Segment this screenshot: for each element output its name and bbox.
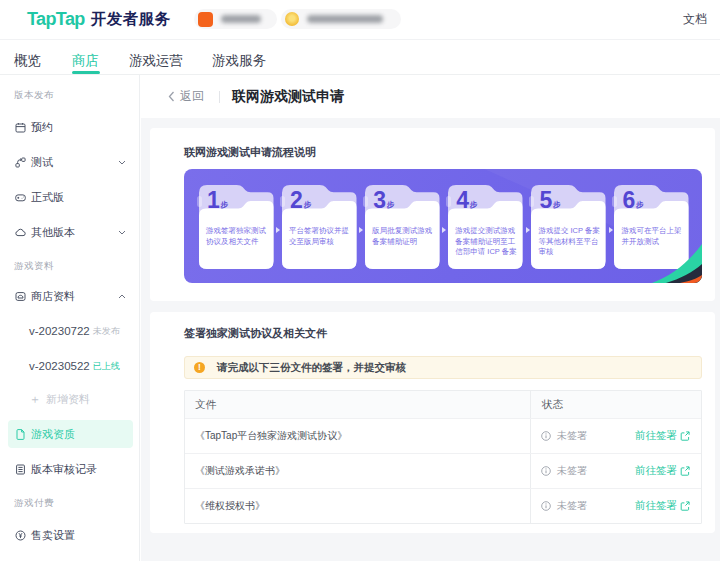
logo-product-text: 开发者服务 — [91, 9, 171, 30]
step-unit: 步 — [386, 200, 394, 209]
blurred-user-name — [307, 15, 383, 23]
document-icon — [15, 429, 26, 440]
go-sign-label: 前往签署 — [635, 499, 677, 513]
taptap-logo[interactable]: TapTap 开发者服务 — [27, 0, 171, 39]
sidebar-item-label: 其他版本 — [31, 225, 75, 240]
back-button[interactable]: 返回 — [168, 88, 204, 105]
step-unit: 步 — [220, 200, 228, 209]
sidebar-item-test[interactable]: 测试 — [8, 148, 133, 176]
go-sign-label: 前往签署 — [635, 464, 677, 478]
yuan-coin-icon — [15, 530, 26, 541]
step-arrow-icon — [442, 227, 446, 233]
review-list-icon — [15, 464, 26, 475]
step-number: 4 — [456, 187, 468, 213]
version-status-badge: 未发布 — [93, 325, 120, 338]
go-sign-label: 前往签署 — [635, 429, 677, 443]
account-badge-user[interactable] — [281, 9, 401, 29]
info-icon — [541, 431, 551, 441]
app-avatar-icon — [198, 12, 213, 27]
active-tab-underline — [72, 71, 100, 74]
step-number: 1 — [207, 187, 219, 213]
sign-alert: ! 请完成以下三份文件的签署，并提交审核 — [184, 356, 702, 379]
step-unit: 步 — [553, 200, 561, 209]
docs-link[interactable]: 文档 — [683, 0, 707, 39]
banner-corner-decoration — [610, 237, 702, 283]
step-description: 版局批复测试游戏备案辅助证明 — [372, 226, 438, 247]
step-number: 5 — [539, 187, 551, 213]
main-content: 返回 联网游戏测试申请 联网游戏测试申请流程说明 1步 游戏签署独家测试协议及相… — [141, 75, 720, 561]
process-step-4: 4步 游戏提交测试游戏备案辅助证明至工信部申请 ICP 备案 — [448, 183, 523, 269]
tab-game-operation[interactable]: 游戏运营 — [129, 52, 183, 70]
sidebar-section-game-info: 游戏资料 — [0, 260, 139, 272]
top-bar: TapTap 开发者服务 文档 — [0, 0, 720, 40]
version-status-badge: 已上线 — [93, 360, 120, 373]
tab-store[interactable]: 商店 — [72, 52, 99, 70]
column-header-status: 状态 — [531, 391, 701, 418]
page-title-bar: 返回 联网游戏测试申请 — [141, 75, 720, 118]
warning-icon: ! — [194, 362, 205, 373]
step-side-tab — [363, 196, 368, 207]
back-chevron-icon — [168, 91, 175, 102]
process-step-5: 5步 游戏提交 ICP 备案等其他材料至平台审核 — [531, 183, 606, 269]
step-side-tab — [446, 196, 451, 207]
info-icon — [541, 501, 551, 511]
external-link-icon — [680, 501, 690, 511]
back-label: 返回 — [180, 88, 204, 105]
sidebar-item-label: 正式版 — [31, 190, 64, 205]
sidebar-item-version-review-history[interactable]: 版本审核记录 — [8, 455, 133, 483]
step-description: 平台签署协议并提交至版局审核 — [289, 226, 355, 247]
go-sign-link[interactable]: 前往签署 — [635, 429, 690, 443]
file-name: 《维权授权书》 — [195, 499, 265, 513]
page-title: 联网游戏测试申请 — [232, 88, 344, 106]
sidebar-item-label: 售卖设置 — [31, 528, 75, 543]
sign-section-title: 签署独家测试协议及相关文件 — [150, 312, 715, 340]
sidebar-item-official-version[interactable]: 正式版 — [8, 183, 133, 211]
go-sign-link[interactable]: 前往签署 — [635, 499, 690, 513]
file-name: 《测试游戏承诺书》 — [195, 464, 285, 478]
step-description: 游戏签署独家测试协议及相关文件 — [206, 226, 272, 247]
process-step-2: 2步 平台签署协议并提交至版局审核 — [282, 183, 357, 269]
info-icon — [541, 466, 551, 476]
table-header-row: 文件 状态 — [185, 391, 701, 418]
status-text: 未签署 — [557, 464, 587, 478]
step-side-tab — [529, 196, 534, 207]
calendar-icon — [15, 122, 26, 133]
sidebar-subitem-version-20230722[interactable]: v-20230722 未发布 — [8, 317, 133, 345]
file-name: 《TapTap平台独家游戏测试协议》 — [195, 429, 347, 443]
step-unit: 步 — [636, 200, 644, 209]
plus-icon: ＋ — [29, 391, 41, 408]
step-side-tab — [612, 196, 617, 207]
external-link-icon — [680, 466, 690, 476]
sidebar-item-label: 游戏资质 — [31, 427, 75, 442]
step-arrow-icon — [609, 227, 613, 233]
step-number: 6 — [622, 187, 634, 213]
sidebar-item-label: 测试 — [31, 155, 53, 170]
sidebar-subitem-add-new[interactable]: ＋ 新增资料 — [8, 385, 133, 413]
sidebar-item-game-qualification[interactable]: 游戏资质 — [8, 420, 133, 448]
chevron-down-icon — [118, 160, 126, 165]
sidebar-item-other-versions[interactable]: 其他版本 — [8, 218, 133, 246]
sidebar: 版本发布 预约 测试 — [0, 75, 140, 561]
sidebar-section-game-payment: 游戏付费 — [0, 497, 139, 509]
account-badge-app[interactable] — [194, 9, 277, 29]
gamepad-icon — [15, 192, 26, 203]
tab-game-services[interactable]: 游戏服务 — [212, 52, 266, 70]
tab-overview[interactable]: 概览 — [14, 52, 41, 70]
logo-brand-text: TapTap — [27, 9, 85, 30]
go-sign-link[interactable]: 前往签署 — [635, 464, 690, 478]
sidebar-item-store-info[interactable]: 商店资料 — [8, 282, 133, 310]
step-arrow-icon — [526, 227, 530, 233]
sidebar-item-reservation[interactable]: 预约 — [8, 113, 133, 141]
status-text: 未签署 — [557, 499, 587, 513]
title-divider — [219, 91, 220, 103]
sidebar-item-sale-settings[interactable]: 售卖设置 — [8, 521, 133, 549]
sign-card: 签署独家测试协议及相关文件 ! 请完成以下三份文件的签署，并提交审核 文件 状态… — [150, 312, 715, 533]
sidebar-item-label: 预约 — [31, 120, 53, 135]
test-flow-icon — [15, 157, 26, 168]
version-label: v-20230722 — [29, 325, 90, 337]
step-arrow-icon — [276, 227, 280, 233]
process-card: 联网游戏测试申请流程说明 1步 游戏签署独家测试协议及相关文件 — [150, 128, 715, 301]
status-text: 未签署 — [557, 429, 587, 443]
sidebar-subitem-version-20230522[interactable]: v-20230522 已上线 — [8, 352, 133, 380]
process-step-3: 3步 版局批复测试游戏备案辅助证明 — [365, 183, 440, 269]
